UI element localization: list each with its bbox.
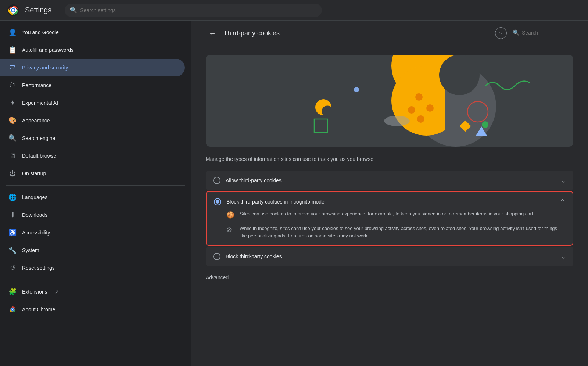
option-block-all-chevron: ⌄ (560, 252, 566, 261)
search-icon: 🔍 (9, 134, 16, 142)
person-icon: 👤 (9, 29, 16, 36)
option-allow-header: Allow third-party cookies ⌄ (213, 176, 566, 184)
svg-point-16 (426, 104, 434, 112)
cookie-icon: 🍪 (226, 211, 234, 219)
sidebar-divider-2 (6, 280, 185, 280)
page-header-left: ← Third-party cookies (206, 26, 280, 40)
sidebar: 👤 You and Google 📋 Autofill and password… (0, 21, 191, 366)
sidebar-label-languages: Languages (22, 194, 47, 200)
expanded-item-2: ⊘ While in Incognito, sites can't use yo… (226, 225, 565, 239)
chrome-logo (7, 4, 19, 16)
svg-point-9 (12, 309, 13, 310)
sidebar-item-languages[interactable]: 🌐 Languages (0, 189, 185, 206)
page-search-icon: 🔍 (513, 29, 520, 36)
svg-point-14 (439, 55, 480, 95)
sidebar-label-downloads: Downloads (22, 212, 47, 218)
sidebar-label-appearance: Appearance (22, 118, 50, 123)
sidebar-item-autofill[interactable]: 📋 Autofill and passwords (0, 41, 185, 59)
clipboard-icon: 📋 (9, 46, 16, 54)
gauge-icon: ⏱ (9, 82, 16, 89)
svg-point-19 (354, 87, 359, 92)
sidebar-item-on-startup[interactable]: ⏻ On startup (0, 165, 185, 182)
page-header: ← Third-party cookies ? 🔍 (191, 21, 588, 46)
accessibility-icon: ♿ (9, 229, 16, 236)
sidebar-item-about[interactable]: About Chrome (0, 301, 185, 318)
sidebar-label-performance: Performance (22, 82, 51, 88)
help-button[interactable]: ? (495, 27, 507, 39)
power-icon: ⏻ (9, 170, 16, 177)
sidebar-label-you-and-google: You and Google (22, 29, 59, 35)
option-block-all-label: Block third-party cookies (226, 254, 282, 259)
sidebar-item-privacy[interactable]: 🛡 Privacy and security (0, 59, 185, 76)
sidebar-item-reset[interactable]: ↺ Reset settings (0, 259, 185, 277)
cookie-illustration (206, 55, 573, 147)
option-allow[interactable]: Allow third-party cookies ⌄ (206, 171, 573, 190)
svg-point-21 (482, 121, 488, 128)
svg-point-18 (417, 115, 424, 123)
sidebar-item-you-and-google[interactable]: 👤 You and Google (0, 24, 185, 41)
globe-icon: 🌐 (9, 194, 16, 201)
sidebar-item-extensions[interactable]: 🧩 Extensions ↗ (0, 283, 185, 301)
option-block-all-radio[interactable] (213, 253, 220, 260)
sidebar-item-system[interactable]: 🔧 System (0, 241, 185, 259)
sidebar-item-performance[interactable]: ⏱ Performance (0, 76, 185, 94)
external-link-icon: ↗ (54, 289, 59, 295)
option-block-incognito-left: Block third-party cookies in Incognito m… (214, 198, 325, 205)
shield-icon: 🛡 (9, 64, 16, 71)
svg-point-17 (408, 106, 415, 114)
sidebar-item-accessibility[interactable]: ♿ Accessibility (0, 224, 185, 241)
sidebar-label-experimental-ai: Experimental AI (22, 100, 58, 106)
page-header-right: ? 🔍 (495, 27, 573, 39)
option-allow-left: Allow third-party cookies (213, 177, 282, 184)
option-block-incognito[interactable]: Block third-party cookies in Incognito m… (206, 191, 573, 246)
option-allow-label: Allow third-party cookies (226, 177, 282, 183)
svg-point-15 (415, 93, 423, 101)
option-block-incognito-header: Block third-party cookies in Incognito m… (214, 198, 565, 206)
expanded-content: 🍪 Sites can use cookies to improve your … (214, 210, 565, 239)
sidebar-label-about: About Chrome (22, 306, 55, 312)
puzzle-icon: 🧩 (9, 288, 16, 295)
page-search-container[interactable]: 🔍 (513, 29, 573, 37)
top-search-icon: 🔍 (70, 7, 77, 14)
sidebar-label-reset: Reset settings (22, 265, 55, 271)
sidebar-label-autofill: Autofill and passwords (22, 47, 74, 53)
sidebar-label-search-engine: Search engine (22, 135, 55, 141)
expanded-item-1: 🍪 Sites can use cookies to improve your … (226, 210, 565, 219)
sidebar-item-default-browser[interactable]: 🖥 Default browser (0, 147, 185, 165)
sidebar-label-privacy: Privacy and security (22, 65, 68, 71)
page-title: Third-party cookies (223, 29, 280, 37)
app-title: Settings (25, 6, 51, 14)
sparkle-icon: ✦ (9, 99, 16, 107)
option-allow-radio[interactable] (213, 177, 220, 184)
browser-icon: 🖥 (9, 152, 16, 159)
back-button[interactable]: ← (206, 26, 219, 40)
sidebar-item-downloads[interactable]: ⬇ Downloads (0, 206, 185, 224)
option-block-incognito-radio[interactable] (214, 198, 221, 205)
sidebar-divider-1 (6, 185, 185, 186)
wrench-icon: 🔧 (9, 247, 16, 254)
advanced-label: Advanced (206, 274, 229, 280)
option-block-all[interactable]: Block third-party cookies ⌄ (206, 247, 573, 266)
option-allow-chevron: ⌄ (560, 176, 566, 184)
sidebar-item-search-engine[interactable]: 🔍 Search engine (0, 129, 185, 147)
sidebar-item-appearance[interactable]: 🎨 Appearance (0, 112, 185, 129)
palette-icon: 🎨 (9, 117, 16, 124)
advanced-section: Advanced (191, 267, 588, 284)
sidebar-label-on-startup: On startup (22, 171, 46, 176)
option-block-all-header: Block third-party cookies ⌄ (213, 252, 566, 261)
expanded-item-2-text: While in Incognito, sites can't use your… (240, 225, 565, 239)
top-search-input[interactable] (80, 7, 317, 13)
sidebar-label-system: System (22, 247, 39, 253)
main-content: ← Third-party cookies ? 🔍 (191, 21, 588, 366)
sidebar-item-experimental-ai[interactable]: ✦ Experimental AI (0, 94, 185, 112)
block-icon: ⊘ (226, 226, 234, 234)
body-layout: 👤 You and Google 📋 Autofill and password… (0, 21, 588, 366)
option-block-all-left: Block third-party cookies (213, 253, 282, 260)
description-text: Manage the types of information sites ca… (191, 155, 588, 171)
top-bar: Settings 🔍 (0, 0, 588, 21)
top-search-container[interactable]: 🔍 (65, 4, 322, 17)
page-search-input[interactable] (522, 30, 573, 36)
history-icon: ↺ (9, 264, 16, 272)
option-block-incognito-label: Block third-party cookies in Incognito m… (226, 199, 325, 205)
sidebar-label-default-browser: Default browser (22, 153, 58, 159)
